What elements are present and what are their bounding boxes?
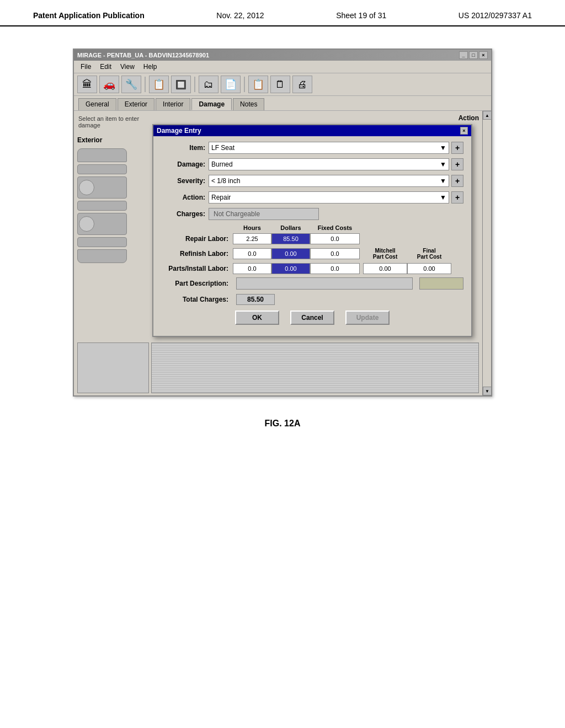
tab-exterior[interactable]: Exterior bbox=[118, 98, 154, 110]
car-diagram bbox=[77, 148, 149, 263]
action-select[interactable]: Repair ▼ bbox=[209, 191, 449, 204]
tab-general[interactable]: General bbox=[78, 98, 116, 110]
chargeable-row: Charges: Not Chargeable bbox=[161, 208, 463, 220]
app-window: MIRAGE - PENTAB_UA - BADVIN12345678901 _… bbox=[73, 49, 492, 397]
refinish-fixed-input[interactable]: 0.0 bbox=[310, 248, 360, 259]
severity-select-arrow-icon: ▼ bbox=[440, 177, 446, 185]
app-scrollbar: ▲ ▼ bbox=[482, 111, 491, 395]
menu-file[interactable]: File bbox=[76, 62, 95, 72]
damage-entry-dialog: Damage Entry × Item: LF Seat bbox=[152, 124, 472, 337]
car-part-6[interactable] bbox=[77, 237, 127, 247]
item-row: Item: LF Seat ▼ + bbox=[161, 142, 463, 154]
toolbar-btn-2[interactable]: 🚗 bbox=[99, 76, 119, 93]
action-add-button[interactable]: + bbox=[451, 191, 463, 204]
figure-caption: FIG. 12A bbox=[265, 419, 301, 429]
damage-label: Damage: bbox=[161, 160, 205, 168]
exterior-label: Exterior bbox=[77, 136, 149, 144]
scrollbar-down-button[interactable]: ▼ bbox=[483, 387, 492, 395]
ok-button[interactable]: OK bbox=[235, 311, 279, 325]
item-select[interactable]: LF Seat ▼ bbox=[209, 142, 449, 154]
refinish-labor-row: Refinish Labor: 0.0 0.00 0.0 MitchellPar… bbox=[161, 248, 463, 260]
item-value: LF Seat bbox=[211, 144, 234, 152]
title-bar: MIRAGE - PENTAB_UA - BADVIN12345678901 _… bbox=[74, 50, 491, 61]
toolbar-separator-2 bbox=[194, 77, 195, 92]
scrollbar-up-button[interactable]: ▲ bbox=[483, 111, 492, 120]
repair-fixed-input[interactable]: 0.0 bbox=[310, 233, 360, 244]
app-content: Select an item to enter damage Exterior bbox=[74, 111, 482, 340]
action-value: Repair bbox=[211, 194, 231, 201]
toolbar-btn-3[interactable]: 🔧 bbox=[121, 76, 141, 93]
tab-notes[interactable]: Notes bbox=[233, 98, 264, 110]
item-select-arrow-icon: ▼ bbox=[440, 144, 446, 152]
part-description-row: Part Description: bbox=[161, 277, 463, 290]
severity-label: Severity: bbox=[161, 177, 205, 185]
severity-select[interactable]: < 1/8 inch ▼ bbox=[209, 175, 449, 187]
bottom-panels bbox=[74, 340, 482, 395]
toolbar-separator-1 bbox=[145, 77, 146, 92]
toolbar-btn-6[interactable]: 🗂 bbox=[199, 76, 218, 93]
toolbar-btn-4[interactable]: 📋 bbox=[149, 76, 169, 93]
refinish-dollars-input[interactable]: 0.00 bbox=[271, 248, 310, 259]
car-part-3[interactable] bbox=[77, 176, 127, 199]
toolbar: 🏛 🚗 🔧 📋 🔲 🗂 📄 📋 🗒 🖨 bbox=[74, 73, 491, 96]
tab-damage[interactable]: Damage bbox=[191, 98, 232, 110]
severity-add-button[interactable]: + bbox=[451, 175, 463, 187]
part-desc-extra bbox=[419, 277, 463, 290]
parts-mitchell-input[interactable]: 0.00 bbox=[363, 263, 407, 274]
total-charges-value: 85.50 bbox=[236, 294, 275, 305]
parts-dollars-input[interactable]: 0.00 bbox=[271, 263, 310, 274]
repair-labor-row: Repair Labor: 2.25 85.50 0.0 bbox=[161, 233, 463, 244]
item-label: Item: bbox=[161, 144, 205, 152]
car-part-5[interactable] bbox=[77, 213, 127, 235]
dialog-close-button[interactable]: × bbox=[460, 127, 468, 135]
labor-table-header: Hours Dollars Fixed Costs bbox=[161, 224, 463, 231]
refinish-hours-input[interactable]: 0.0 bbox=[233, 248, 271, 259]
toolbar-btn-1[interactable]: 🏛 bbox=[77, 76, 97, 93]
damage-add-button[interactable]: + bbox=[451, 158, 463, 170]
cancel-button[interactable]: Cancel bbox=[290, 311, 334, 325]
menu-bar: File Edit View Help bbox=[74, 61, 491, 73]
not-chargeable-field: Not Chargeable bbox=[209, 208, 319, 220]
close-button[interactable]: × bbox=[479, 51, 488, 59]
dialog-buttons: OK Cancel Update bbox=[161, 311, 463, 330]
menu-edit[interactable]: Edit bbox=[95, 62, 116, 72]
right-panel: Action Damage Entry × Item: bbox=[152, 114, 479, 337]
scrollbar-track[interactable] bbox=[483, 120, 491, 387]
toolbar-btn-7[interactable]: 📄 bbox=[221, 76, 241, 93]
patent-date: Nov. 22, 2012 bbox=[216, 11, 264, 20]
car-part-7[interactable] bbox=[77, 249, 127, 263]
final-header: FinalPart Cost bbox=[407, 248, 451, 260]
menu-view[interactable]: View bbox=[116, 62, 139, 72]
parts-fixed-input[interactable]: 0.0 bbox=[310, 263, 360, 274]
toolbar-btn-9[interactable]: 🗒 bbox=[270, 76, 290, 93]
action-row: Action: Repair ▼ + bbox=[161, 191, 463, 204]
item-add-button[interactable]: + bbox=[451, 142, 463, 154]
tab-interior[interactable]: Interior bbox=[156, 98, 190, 110]
window-title: MIRAGE - PENTAB_UA - BADVIN12345678901 bbox=[77, 52, 209, 58]
parts-hours-input[interactable]: 0.0 bbox=[233, 263, 271, 274]
menu-help[interactable]: Help bbox=[139, 62, 162, 72]
not-chargeable-value: Not Chargeable bbox=[214, 210, 260, 218]
maximize-button[interactable]: □ bbox=[469, 51, 478, 59]
action-header-label: Action bbox=[152, 114, 479, 122]
toolbar-btn-8[interactable]: 📋 bbox=[248, 76, 268, 93]
update-button[interactable]: Update bbox=[345, 311, 390, 325]
parts-final-input[interactable]: 0.00 bbox=[407, 263, 451, 274]
repair-dollars-input[interactable]: 85.50 bbox=[271, 233, 310, 244]
car-part-1[interactable] bbox=[77, 148, 127, 162]
damage-select-container: Burned ▼ + bbox=[209, 158, 463, 170]
mitchell-header: MitchellPart Cost bbox=[363, 248, 407, 260]
part-desc-label: Part Description: bbox=[161, 280, 233, 287]
car-part-2[interactable] bbox=[77, 164, 127, 174]
minimize-button[interactable]: _ bbox=[459, 51, 468, 59]
toolbar-btn-10[interactable]: 🖨 bbox=[292, 76, 312, 93]
app-main-area: Select an item to enter damage Exterior bbox=[74, 111, 482, 395]
car-part-4[interactable] bbox=[77, 201, 127, 211]
dialog-body: Item: LF Seat ▼ + bbox=[153, 136, 471, 336]
damage-select[interactable]: Burned ▼ bbox=[209, 158, 449, 170]
toolbar-btn-5[interactable]: 🔲 bbox=[171, 76, 191, 93]
severity-select-container: < 1/8 inch ▼ + bbox=[209, 175, 463, 187]
repair-hours-input[interactable]: 2.25 bbox=[233, 233, 271, 244]
part-desc-input[interactable] bbox=[236, 277, 413, 290]
item-select-container: LF Seat ▼ + bbox=[209, 142, 463, 154]
